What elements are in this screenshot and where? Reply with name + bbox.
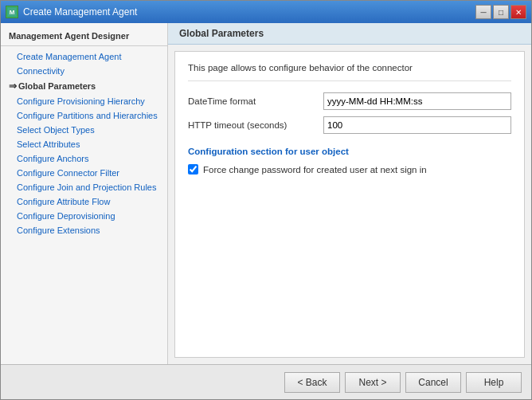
sidebar-item-connectivity[interactable]: Connectivity xyxy=(1,64,167,78)
sidebar-item-configure-join-and-projection-rules[interactable]: Configure Join and Projection Rules xyxy=(1,180,167,194)
next-button[interactable]: Next > xyxy=(345,372,401,393)
sidebar-item-global-parameters[interactable]: Global Parameters xyxy=(1,78,167,94)
datetime-format-label: DateTime format xyxy=(188,96,323,106)
force-change-password-checkbox[interactable] xyxy=(188,164,198,175)
sidebar: Management Agent Designer Create Managem… xyxy=(1,23,168,364)
main-panel: Global Parameters This page allows to co… xyxy=(168,23,531,364)
cancel-button[interactable]: Cancel xyxy=(405,372,461,393)
content-area: Management Agent Designer Create Managem… xyxy=(1,23,531,364)
title-bar-left: M Create Management Agent xyxy=(6,6,137,18)
checkbox-label: Force change password for created user a… xyxy=(203,165,427,175)
footer: < Back Next > Cancel Help xyxy=(1,364,531,399)
panel-header: Global Parameters xyxy=(168,23,531,45)
sidebar-item-configure-connector-filter[interactable]: Configure Connector Filter xyxy=(1,166,167,180)
sidebar-item-configure-deprovisioning[interactable]: Configure Deprovisioning xyxy=(1,209,167,223)
sidebar-item-configure-attribute-flow[interactable]: Configure Attribute Flow xyxy=(1,194,167,209)
sidebar-item-configure-partitions-and-hierarchies[interactable]: Configure Partitions and Hierarchies xyxy=(1,108,167,123)
http-timeout-row: HTTP timeout (seconds) xyxy=(188,116,511,134)
sidebar-item-select-object-types[interactable]: Select Object Types xyxy=(1,123,167,137)
title-bar-controls: ─ □ ✕ xyxy=(475,5,526,19)
back-button[interactable]: < Back xyxy=(284,372,340,393)
minimize-button[interactable]: ─ xyxy=(475,5,491,19)
http-timeout-input[interactable] xyxy=(323,116,511,134)
help-button[interactable]: Help xyxy=(466,372,522,393)
datetime-format-row: DateTime format xyxy=(188,92,511,110)
sidebar-item-configure-extensions[interactable]: Configure Extensions xyxy=(1,223,167,237)
section-title: Configuration section for user object xyxy=(188,147,511,156)
maximize-button[interactable]: □ xyxy=(493,5,509,19)
http-timeout-label: HTTP timeout (seconds) xyxy=(188,120,323,130)
close-button[interactable]: ✕ xyxy=(510,5,526,19)
sidebar-item-configure-anchors[interactable]: Configure Anchors xyxy=(1,151,167,166)
window-title: Create Management Agent xyxy=(23,6,137,18)
svg-text:M: M xyxy=(10,9,15,16)
main-window: M Create Management Agent ─ □ ✕ Manageme… xyxy=(0,0,532,400)
panel-body: This page allows to configure behavior o… xyxy=(174,51,525,358)
datetime-format-input[interactable] xyxy=(323,92,511,110)
sidebar-header: Management Agent Designer xyxy=(1,28,167,46)
description-text: This page allows to configure behavior o… xyxy=(188,63,511,81)
sidebar-item-select-attributes[interactable]: Select Attributes xyxy=(1,137,167,151)
app-icon: M xyxy=(6,6,18,18)
checkbox-row: Force change password for created user a… xyxy=(188,164,511,175)
title-bar: M Create Management Agent ─ □ ✕ xyxy=(1,1,531,23)
sidebar-item-configure-provisioning-hierarchy[interactable]: Configure Provisioning Hierarchy xyxy=(1,94,167,108)
sidebar-item-create-management-agent[interactable]: Create Management Agent xyxy=(1,49,167,64)
